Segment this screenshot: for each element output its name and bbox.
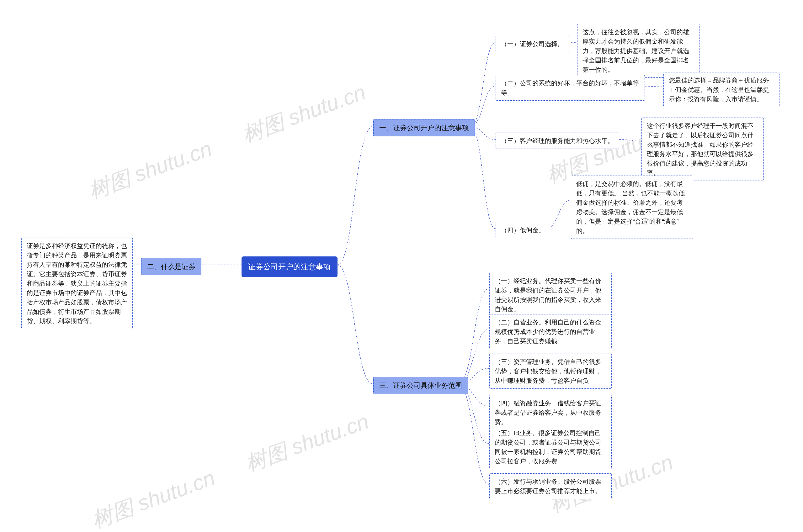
node-text: （二）自营业务。利用自己的什么资金规模优势成本少的优势进行的自营业务，自己买卖证… bbox=[494, 319, 601, 344]
node-text: 这个行业很多客户经理干一段时间混不下去了就走了。以后找证券公司问点什么事情都不知… bbox=[647, 122, 753, 176]
node-text: （二）公司的系统的好坏，平台的好坏，不堵单等等。 bbox=[501, 80, 639, 96]
node-text: （四）融资融券业务。借钱给客户买证券或者是借证券给客户卖，从中收服务费。 bbox=[494, 400, 601, 425]
section1-child3-detail[interactable]: 这个行业很多客户经理干一段时间混不下去了就走了。以后找证券公司问点什么事情都不知… bbox=[641, 117, 764, 181]
section1-child1-label[interactable]: （一）证券公司选择。 bbox=[496, 36, 569, 52]
node-text: （三）资产管理业务。凭借自己的很多优势，客户把钱交给他，他帮你理财，从中赚理财服… bbox=[494, 358, 601, 384]
section2-child1[interactable]: （一）经纪业务。代理你买卖一些有价证券，就是我们的在证券公司开户，他进交易所按照… bbox=[489, 273, 612, 317]
section1-child1-detail[interactable]: 这点，往往会被忽视，其实，公司的雄厚实力才会为持久的低佣金和研发能力，荐股能力提… bbox=[577, 24, 699, 78]
section2-child5[interactable]: （五）IB业务。很多证券公司控制自己的期货公司，或者证券公司与期货公司同被一家机… bbox=[489, 425, 612, 469]
node-text: （一）证券公司选择。 bbox=[501, 40, 564, 48]
watermark: 树图 shutu.cn bbox=[238, 78, 370, 149]
section1-child2-detail[interactable]: 您最佳的选择＝品牌券商＋优质服务＋佣金优惠。当然，在这里也温馨提示你：投资有风险… bbox=[664, 72, 780, 107]
node-text: （六）发行与承销业务。股份公司股票要上市必须要证券公司推荐才能上市。 bbox=[494, 478, 601, 494]
section1-child3-label[interactable]: （三）客户经理的服务能力和热心水平。 bbox=[496, 133, 619, 149]
node-text: （四）低佣金。 bbox=[501, 227, 545, 233]
watermark: 树图 shutu.cn bbox=[85, 134, 216, 205]
section2-child2[interactable]: （二）自营业务。利用自己的什么资金规模优势成本少的优势进行的自营业务，自己买卖证… bbox=[489, 314, 612, 349]
node-text: （一）经纪业务。代理你买卖一些有价证券，就是我们的在证券公司开户，他进交易所按照… bbox=[494, 278, 601, 312]
watermark: 树图 shutu.cn bbox=[242, 407, 373, 478]
node-text: 这点，往往会被忽视，其实，公司的雄厚实力才会为持久的低佣金和研发能力，荐股能力提… bbox=[582, 28, 689, 73]
section1-main-node[interactable]: 一、证券公司开户的注意事项 bbox=[373, 119, 475, 136]
left-main-label: 二、什么是证券 bbox=[147, 263, 195, 270]
section2-child6[interactable]: （六）发行与承销业务。股份公司股票要上市必须要证券公司推荐才能上市。 bbox=[489, 473, 612, 499]
section2-child3[interactable]: （三）资产管理业务。凭借自己的很多优势，客户把钱交给他，他帮你理财，从中赚理财服… bbox=[489, 354, 612, 389]
root-node[interactable]: 证券公司开户的注意事项 bbox=[242, 256, 337, 277]
node-text: 低佣，是交易中必须的。低佣，没有最低，只有更低。 当然，也不能一概以低佣金做选择… bbox=[576, 180, 685, 234]
section1-main-label: 一、证券公司开户的注意事项 bbox=[379, 124, 469, 132]
left-leaf-text: 证券是多种经济权益凭证的统称，也指专门的种类产品，是用来证明券票持有人享有的某种… bbox=[27, 242, 127, 324]
section1-child4-label[interactable]: （四）低佣金。 bbox=[496, 222, 550, 238]
section1-child4-detail[interactable]: 低佣，是交易中必须的。低佣，没有最低，只有更低。 当然，也不能一概以低佣金做选择… bbox=[571, 175, 693, 239]
node-text: （五）IB业务。很多证券公司控制自己的期货公司，或者证券公司与期货公司同被一家机… bbox=[494, 430, 601, 464]
node-text: （三）客户经理的服务能力和热心水平。 bbox=[501, 137, 614, 144]
section2-main-label: 三、证券公司具体业务范围 bbox=[379, 381, 462, 390]
watermark: 树图 shutu.cn bbox=[88, 464, 219, 532]
section1-child2-label[interactable]: （二）公司的系统的好坏，平台的好坏，不堵单等等。 bbox=[496, 75, 645, 101]
left-leaf-node[interactable]: 证券是多种经济权益凭证的统称，也指专门的种类产品，是用来证明券票持有人享有的某种… bbox=[21, 238, 133, 329]
section2-main-node[interactable]: 三、证券公司具体业务范围 bbox=[373, 377, 468, 394]
left-main-node[interactable]: 二、什么是证券 bbox=[141, 258, 201, 275]
node-text: 您最佳的选择＝品牌券商＋优质服务＋佣金优惠。当然，在这里也温馨提示你：投资有风险… bbox=[669, 77, 769, 102]
root-label: 证券公司开户的注意事项 bbox=[248, 262, 331, 271]
